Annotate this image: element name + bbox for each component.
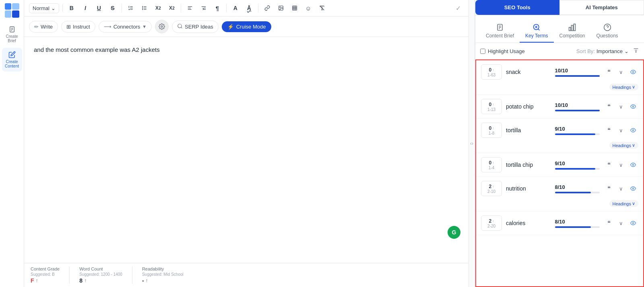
connectors-button[interactable]: ⟶ Connectors ▼ [99, 21, 152, 33]
kt-chevron-button-tortilla[interactable]: ∨ [616, 125, 626, 135]
kt-arrow-icon-snack: ↑ [492, 68, 494, 72]
sort-by-control[interactable]: Sort By: Importance ⌄ [576, 48, 629, 54]
grammarly-icon[interactable]: G [448, 226, 460, 239]
readability-suggested: Suggested: Mid School [142, 272, 184, 277]
kt-chevron-button-nutrition[interactable]: ∨ [616, 183, 626, 194]
kt-eye-button-tortilla[interactable] [628, 125, 638, 135]
kt-quote-button-tortilla[interactable]: ❝ [604, 125, 614, 135]
ai-templates-tab[interactable]: AI Templates [559, 0, 644, 15]
tab-content-brief[interactable]: Content Brief [480, 20, 520, 43]
kt-score-tortilla: 9/10 [555, 126, 600, 132]
indent-button[interactable] [198, 2, 209, 14]
emoji-button[interactable]: ☺ [303, 2, 314, 14]
kt-counter-tortilla-chip[interactable]: 0 ↑ 1-4 [481, 157, 502, 172]
kt-quote-button-tortilla-chip[interactable]: ❝ [604, 160, 614, 170]
toolbar-divider-4 [226, 4, 227, 12]
key-terms-list: 0 ↑ 1-63 snack 10/10 ❝ ∨ Headings [475, 59, 644, 287]
right-panel-subtabs: Content Brief Key Terms Competition [475, 15, 644, 43]
align-left-button[interactable] [184, 2, 196, 14]
kt-counter-potato-chip[interactable]: 0 ↑ 1-13 [481, 99, 502, 114]
bold-button[interactable]: B [66, 2, 77, 14]
font-color-button[interactable]: A [230, 2, 241, 14]
instruct-label: Instruct [73, 24, 90, 30]
sort-by-label: Sort By: [576, 48, 595, 54]
kt-counter-snack[interactable]: 0 ↑ 1-63 [481, 64, 502, 80]
kt-actions-tortilla-chip: ❝ ∨ [604, 160, 638, 170]
format-select[interactable]: Normal ⌄ [29, 3, 59, 13]
highlight-usage-label[interactable]: Highlight Usage [480, 48, 525, 54]
kt-eye-button-tortilla-chip[interactable] [628, 160, 638, 170]
word-count-status: Word Count Suggested: 1200 - 1400 8 ↑ [79, 266, 132, 284]
pencil-icon: ✏ [34, 24, 39, 30]
settings-button[interactable] [155, 20, 169, 33]
sort-chevron-icon: ⌄ [624, 48, 629, 54]
tab-competition[interactable]: Competition [554, 20, 591, 43]
kt-actions-tortilla: ❝ ∨ [604, 125, 638, 135]
kt-quote-button-nutrition[interactable]: ❝ [604, 183, 614, 194]
table-button[interactable] [289, 2, 300, 14]
filter-icon[interactable] [633, 47, 639, 55]
unordered-list-button[interactable] [139, 2, 150, 14]
kt-chevron-button-tortilla-chip[interactable]: ∨ [616, 160, 626, 170]
kt-eye-button-nutrition[interactable] [628, 183, 638, 194]
format-chevron-icon: ⌄ [51, 5, 56, 11]
instruct-button[interactable]: ⊞ Instruct [61, 21, 95, 33]
kt-headings-badge-tortilla[interactable]: Headings ∨ [609, 142, 638, 149]
svg-point-14 [142, 6, 143, 7]
kt-chevron-button-snack[interactable]: ∨ [616, 67, 626, 77]
tab-questions[interactable]: Questions [591, 20, 624, 43]
kt-range-tortilla: 1-8 [489, 131, 494, 135]
kt-chevron-button-calories[interactable]: ∨ [616, 218, 626, 228]
clear-format-button[interactable] [316, 2, 328, 14]
kt-eye-button-calories[interactable] [628, 218, 638, 228]
svg-rect-44 [571, 25, 573, 31]
toolbar-confirm-button[interactable]: ✓ [452, 2, 464, 14]
kt-quote-button-potato-chip[interactable]: ❝ [604, 101, 614, 112]
kt-eye-button-potato-chip[interactable] [628, 101, 638, 112]
key-term-item: 0 ↑ 1-13 potato chip 10/10 ❝ ∨ [476, 95, 643, 119]
seo-tools-tab[interactable]: SEO Tools [475, 0, 559, 15]
image-button[interactable] [275, 2, 287, 14]
italic-button[interactable]: I [80, 2, 91, 14]
resize-handle[interactable]: ‹› [469, 0, 475, 287]
kt-bar-calories [555, 226, 591, 228]
subscript-button[interactable]: X2 [153, 2, 164, 14]
highlight-button[interactable]: Ā [244, 2, 255, 14]
kt-counter-tortilla[interactable]: 0 ↑ 1-8 [481, 123, 502, 138]
kt-headings-badge-nutrition[interactable]: Headings ∨ [609, 200, 638, 207]
kt-name-potato-chip: potato chip [506, 103, 551, 110]
sidebar-item-create-brief-label: Create Brief [4, 34, 21, 43]
kt-headings-badge-snack[interactable]: Headings ∨ [609, 84, 638, 90]
kt-score-potato-chip: 10/10 [555, 102, 600, 108]
kt-quote-button-snack[interactable]: ❝ [604, 67, 614, 77]
paragraph-button[interactable]: ¶ [212, 2, 223, 14]
link-button[interactable] [262, 2, 273, 14]
write-button[interactable]: ✏ Write [29, 21, 58, 33]
underline-button[interactable]: U [93, 2, 105, 14]
kt-count-calories: 2 [489, 218, 491, 224]
format-label: Normal [33, 5, 50, 11]
readability-value: - ↑ [142, 277, 184, 284]
connectors-icon: ⟶ [104, 24, 111, 30]
ordered-list-button[interactable] [125, 2, 136, 14]
sidebar-item-create-content[interactable]: Create Content [2, 48, 22, 72]
app-logo[interactable] [5, 3, 19, 18]
kt-counter-calories[interactable]: 2 ↑ 2-20 [481, 215, 502, 231]
tab-key-terms[interactable]: Key Terms [520, 20, 553, 43]
kt-counter-nutrition[interactable]: 2 ↑ 2-10 [481, 181, 502, 196]
highlight-usage-checkbox[interactable] [480, 49, 485, 54]
kt-eye-button-snack[interactable] [628, 67, 638, 77]
kt-score-snack: 10/10 [555, 68, 600, 74]
kt-name-calories: calories [506, 220, 551, 226]
toolbar-divider-3 [181, 4, 181, 12]
kt-quote-button-calories[interactable]: ❝ [604, 218, 614, 228]
serp-ideas-button[interactable]: SERP Ideas [172, 20, 219, 33]
editor-content[interactable]: and the most common example was A2 jacke… [34, 45, 459, 55]
superscript-button[interactable]: X2 [166, 2, 178, 14]
strikethrough-button[interactable]: S [107, 2, 118, 14]
content-grade-value: F ↑ [31, 277, 60, 284]
kt-chevron-button-potato-chip[interactable]: ∨ [616, 101, 626, 112]
sidebar-item-create-brief[interactable]: Create Brief [2, 23, 22, 46]
cruise-mode-button[interactable]: ⚡ Cruise Mode [222, 21, 272, 32]
editor-area[interactable]: and the most common example was A2 jacke… [24, 37, 469, 263]
